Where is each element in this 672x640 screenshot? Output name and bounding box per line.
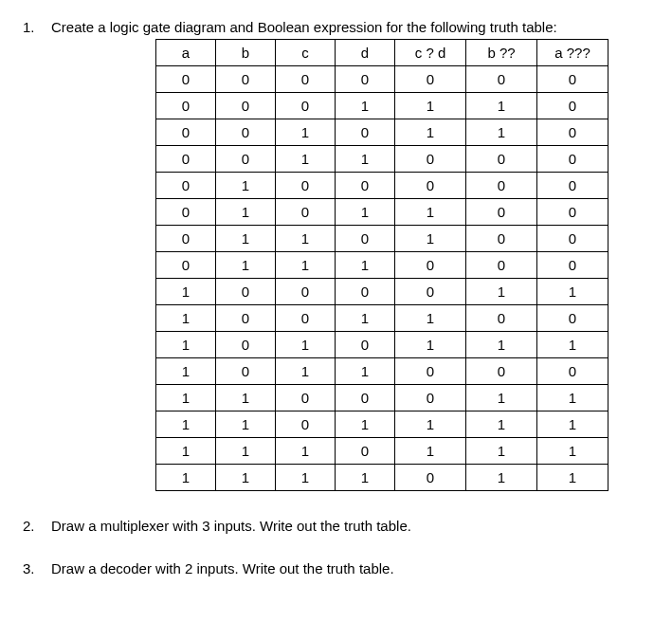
question-2-line: 2. Draw a multiplexer with 3 inputs. Wri… xyxy=(23,518,649,534)
question-3-line: 3. Draw a decoder with 2 inputs. Write o… xyxy=(23,560,649,576)
table-header-row: a b c d c ? d b ?? a ??? xyxy=(156,40,608,66)
question-2: 2. Draw a multiplexer with 3 inputs. Wri… xyxy=(23,518,649,534)
table-cell: 1 xyxy=(216,252,276,279)
table-cell: 0 xyxy=(466,305,537,332)
table-cell: 0 xyxy=(276,385,336,411)
table-cell: 1 xyxy=(395,119,466,146)
table-cell: 1 xyxy=(156,438,216,465)
table-cell: 0 xyxy=(466,66,537,93)
table-cell: 0 xyxy=(466,173,537,199)
th-cd: c ? d xyxy=(395,40,466,66)
table-cell: 0 xyxy=(156,226,216,252)
table-cell: 1 xyxy=(276,252,336,279)
table-row: 1111011 xyxy=(156,465,608,491)
table-cell: 1 xyxy=(216,385,276,411)
table-cell: 0 xyxy=(395,465,466,491)
question-1: 1. Create a logic gate diagram and Boole… xyxy=(23,19,649,491)
table-row: 0111000 xyxy=(156,252,608,279)
table-cell: 0 xyxy=(395,66,466,93)
table-cell: 0 xyxy=(466,226,537,252)
table-cell: 0 xyxy=(336,226,395,252)
table-cell: 1 xyxy=(466,93,537,119)
table-cell: 1 xyxy=(216,411,276,438)
table-cell: 1 xyxy=(466,119,537,146)
table-cell: 1 xyxy=(156,305,216,332)
table-cell: 1 xyxy=(466,332,537,358)
th-c: c xyxy=(276,40,336,66)
table-cell: 1 xyxy=(336,358,395,385)
table-cell: 0 xyxy=(336,173,395,199)
table-cell: 1 xyxy=(466,438,537,465)
table-row: 1101111 xyxy=(156,411,608,438)
th-d: d xyxy=(336,40,395,66)
table-cell: 1 xyxy=(216,199,276,226)
table-cell: 1 xyxy=(276,226,336,252)
truth-table: a b c d c ? d b ?? a ??? 000000000011100… xyxy=(155,39,608,491)
table-cell: 0 xyxy=(537,66,608,93)
th-b2: b ?? xyxy=(466,40,537,66)
table-cell: 0 xyxy=(395,146,466,173)
th-b: b xyxy=(216,40,276,66)
table-cell: 1 xyxy=(336,146,395,173)
table-cell: 1 xyxy=(395,332,466,358)
table-cell: 0 xyxy=(336,119,395,146)
table-row: 0010110 xyxy=(156,119,608,146)
table-cell: 0 xyxy=(537,226,608,252)
table-cell: 1 xyxy=(336,199,395,226)
table-row: 1010111 xyxy=(156,332,608,358)
table-cell: 0 xyxy=(156,252,216,279)
table-cell: 0 xyxy=(336,279,395,305)
table-cell: 1 xyxy=(336,252,395,279)
table-cell: 0 xyxy=(216,93,276,119)
table-cell: 0 xyxy=(537,173,608,199)
th-a2: a ??? xyxy=(537,40,608,66)
table-cell: 0 xyxy=(466,358,537,385)
table-cell: 1 xyxy=(537,411,608,438)
table-cell: 1 xyxy=(466,411,537,438)
table-row: 1001100 xyxy=(156,305,608,332)
table-cell: 0 xyxy=(395,385,466,411)
table-cell: 0 xyxy=(156,119,216,146)
table-cell: 1 xyxy=(156,385,216,411)
table-cell: 0 xyxy=(537,252,608,279)
table-cell: 0 xyxy=(395,358,466,385)
table-cell: 0 xyxy=(216,146,276,173)
table-cell: 0 xyxy=(156,173,216,199)
table-cell: 1 xyxy=(216,173,276,199)
table-cell: 0 xyxy=(156,199,216,226)
table-cell: 1 xyxy=(395,199,466,226)
table-cell: 1 xyxy=(156,411,216,438)
table-cell: 1 xyxy=(336,93,395,119)
table-cell: 1 xyxy=(216,465,276,491)
table-cell: 0 xyxy=(395,173,466,199)
table-cell: 1 xyxy=(466,385,537,411)
table-cell: 0 xyxy=(395,252,466,279)
table-row: 0000000 xyxy=(156,66,608,93)
table-cell: 1 xyxy=(216,226,276,252)
table-cell: 1 xyxy=(336,465,395,491)
table-cell: 1 xyxy=(276,146,336,173)
table-row: 0100000 xyxy=(156,173,608,199)
table-cell: 1 xyxy=(537,332,608,358)
table-cell: 0 xyxy=(216,305,276,332)
table-cell: 1 xyxy=(276,465,336,491)
table-row: 0001110 xyxy=(156,93,608,119)
table-cell: 1 xyxy=(395,226,466,252)
table-cell: 0 xyxy=(276,305,336,332)
table-cell: 0 xyxy=(216,66,276,93)
table-cell: 0 xyxy=(276,173,336,199)
table-cell: 0 xyxy=(466,146,537,173)
table-cell: 1 xyxy=(537,385,608,411)
table-cell: 1 xyxy=(336,411,395,438)
question-2-number: 2. xyxy=(23,518,40,534)
table-cell: 1 xyxy=(336,305,395,332)
table-cell: 1 xyxy=(395,438,466,465)
question-1-number: 1. xyxy=(23,19,40,35)
table-cell: 0 xyxy=(216,332,276,358)
question-3-number: 3. xyxy=(23,560,40,576)
table-cell: 0 xyxy=(537,199,608,226)
table-cell: 1 xyxy=(216,438,276,465)
question-1-line: 1. Create a logic gate diagram and Boole… xyxy=(23,19,649,35)
table-cell: 0 xyxy=(466,199,537,226)
table-cell: 0 xyxy=(537,146,608,173)
